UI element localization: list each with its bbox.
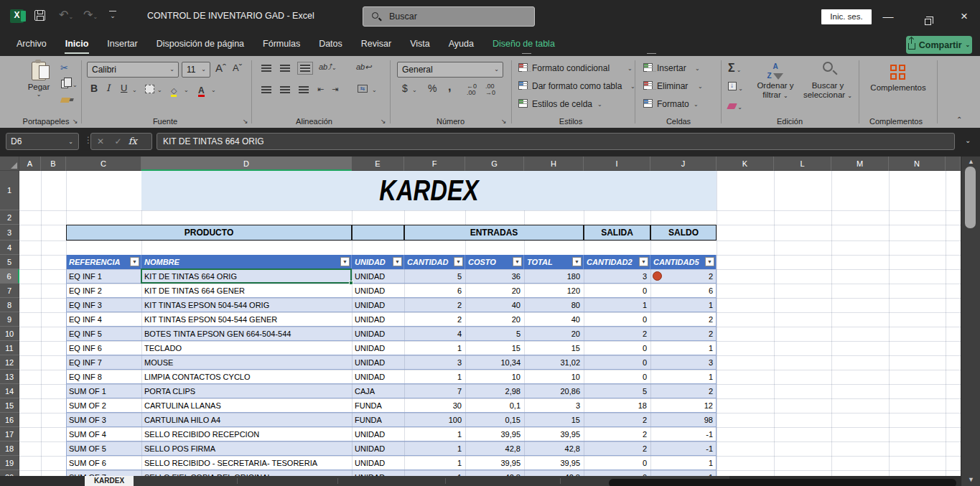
table-cell[interactable]: 15	[465, 341, 524, 355]
chevron-down-icon[interactable]: ⌄	[184, 87, 189, 93]
chevron-down-icon[interactable]: ⌄	[157, 87, 162, 93]
clear-button[interactable]: ⌄	[728, 99, 742, 112]
table-cell[interactable]: 0	[584, 370, 650, 384]
row-header-4[interactable]: 4	[0, 240, 19, 255]
table-cell[interactable]: SUM OF 1	[66, 384, 141, 398]
table-cell[interactable]: 3	[584, 269, 650, 284]
column-header-H[interactable]: H	[524, 156, 584, 171]
table-header-unidad[interactable]: UNIDAD▼	[352, 255, 404, 269]
table-cell[interactable]: SUM OF 4	[66, 427, 141, 441]
wrap-text-icon[interactable]: ab↩	[356, 62, 371, 72]
column-header-I[interactable]: I	[584, 156, 650, 171]
table-header-total[interactable]: TOTAL▼	[524, 255, 584, 269]
column-header-K[interactable]: K	[717, 156, 774, 171]
table-header-cantidad5[interactable]: CANTIDAD5▼	[650, 255, 717, 269]
table-cell[interactable]: UNIDAD	[352, 355, 404, 370]
row-header-19[interactable]: 19	[0, 456, 19, 470]
table-cell[interactable]: EQ INF 1	[66, 269, 141, 284]
table-cell[interactable]: EQ INF 3	[66, 298, 141, 312]
table-cell[interactable]: 180	[524, 269, 584, 284]
table-cell[interactable]: 1	[404, 470, 465, 476]
table-cell[interactable]: UNIDAD	[352, 370, 404, 384]
table-cell[interactable]: EQ INF 4	[66, 312, 141, 327]
table-header-costo[interactable]: COSTO▼	[465, 255, 524, 269]
filter-icon[interactable]: ▼	[130, 257, 139, 266]
row-header-12[interactable]: 12	[0, 355, 19, 370]
table-cell[interactable]: 20	[465, 312, 524, 327]
column-header-F[interactable]: F	[404, 156, 465, 171]
table-cell[interactable]: UNIDAD	[352, 470, 404, 476]
table-cell[interactable]: 2	[650, 327, 717, 341]
column-header-L[interactable]: L	[774, 156, 831, 171]
table-cell[interactable]: SELLO POS FIRMA	[141, 441, 352, 456]
table-cell[interactable]: 80	[524, 298, 584, 312]
row-header-5[interactable]: 5	[0, 255, 19, 269]
share-button[interactable]: Compartir ⌄	[906, 36, 972, 54]
table-cell[interactable]: UNIDAD	[352, 441, 404, 456]
clipboard-dialog-launcher-icon[interactable]: ↘	[73, 118, 78, 125]
increase-decimal-icon[interactable]: ←0.00	[467, 83, 477, 96]
ribbon-tab-archivo[interactable]: Archivo	[7, 33, 56, 56]
table-cell[interactable]: 10	[465, 370, 524, 384]
save-icon[interactable]	[34, 10, 45, 21]
decrease-font-size-icon[interactable]: Aˇ	[233, 63, 242, 73]
formula-input[interactable]: KIT DE TINTAS 664 ORIG	[157, 133, 955, 150]
table-cell[interactable]: 20,86	[524, 384, 584, 398]
column-header-J[interactable]: J	[650, 156, 717, 171]
decrease-indent-icon[interactable]: ⇤	[317, 84, 324, 94]
fill-color-icon[interactable]: ◇	[171, 83, 177, 97]
table-cell[interactable]: -1	[650, 441, 717, 456]
table-cell[interactable]: 5	[465, 327, 524, 341]
row-header-10[interactable]: 10	[0, 327, 19, 341]
table-cell[interactable]: LIMPIA CONTACTOS CYCLO	[141, 370, 352, 384]
bold-button[interactable]: B	[90, 83, 98, 93]
close-button[interactable]: ×	[953, 6, 975, 27]
table-cell[interactable]: FUNDA	[352, 413, 404, 427]
filter-icon[interactable]: ▼	[705, 257, 714, 266]
addins-button[interactable]: Complementos	[865, 65, 931, 92]
chevron-down-icon[interactable]: ⌄	[372, 87, 377, 93]
table-cell[interactable]: FUNDA	[352, 398, 404, 413]
table-cell[interactable]: 1	[650, 298, 717, 312]
number-dialog-launcher-icon[interactable]: ↘	[501, 118, 507, 125]
align-bottom-icon[interactable]	[300, 65, 310, 72]
autosum-button[interactable]: Σ ⌄	[728, 62, 742, 75]
table-cell[interactable]: 2	[584, 327, 650, 341]
ribbon-tab-datos[interactable]: Datos	[309, 33, 352, 56]
table-cell[interactable]: 6	[650, 284, 717, 298]
paste-button[interactable]: Pegar ⌄	[23, 62, 55, 98]
column-header-N[interactable]: N	[889, 156, 946, 171]
column-header-A[interactable]: A	[19, 156, 41, 171]
row-header-14[interactable]: 14	[0, 384, 19, 398]
table-cell[interactable]: 2	[584, 427, 650, 441]
table-cell[interactable]: 1	[650, 456, 717, 470]
underline-button[interactable]: U	[121, 83, 127, 93]
table-cell[interactable]: UNIDAD	[352, 312, 404, 327]
row-header-17[interactable]: 17	[0, 427, 19, 441]
ribbon-tab-vista[interactable]: Vista	[401, 33, 439, 56]
table-cell[interactable]: EQ INF 8	[66, 370, 141, 384]
table-cell[interactable]: 2,98	[465, 384, 524, 398]
column-header-E[interactable]: E	[352, 156, 404, 171]
table-cell[interactable]: 0,15	[465, 413, 524, 427]
collapse-ribbon-icon[interactable]: ⌃	[956, 116, 962, 123]
scroll-down-icon[interactable]: ▼	[961, 476, 980, 483]
increase-indent-icon[interactable]: ⇥	[332, 84, 338, 94]
vertical-scrollbar[interactable]: ▲ ▼	[961, 156, 980, 486]
table-cell[interactable]: 42,8	[465, 441, 524, 456]
table-cell[interactable]: UNIDAD	[352, 284, 404, 298]
row-header-6[interactable]: 6	[0, 269, 19, 284]
table-cell[interactable]: MOUSE	[141, 355, 352, 370]
comma-style-icon[interactable]: ,	[448, 82, 451, 92]
row-header-20[interactable]: 20	[0, 470, 19, 476]
undo-icon[interactable]: ↶⌄	[59, 8, 73, 22]
table-cell[interactable]: BOTES TINTA EPSON GEN 664-504-544	[141, 327, 352, 341]
table-cell[interactable]: 15	[524, 341, 584, 355]
table-cell[interactable]: 20	[465, 284, 524, 298]
table-cell[interactable]: EQ INF 7	[66, 355, 141, 370]
table-cell[interactable]: SUM OF 6	[66, 456, 141, 470]
align-middle-icon[interactable]	[280, 65, 290, 72]
table-cell[interactable]: 7	[404, 384, 465, 398]
cut-icon[interactable]: ✂	[60, 63, 68, 73]
search-input[interactable]: Buscar	[363, 6, 535, 27]
